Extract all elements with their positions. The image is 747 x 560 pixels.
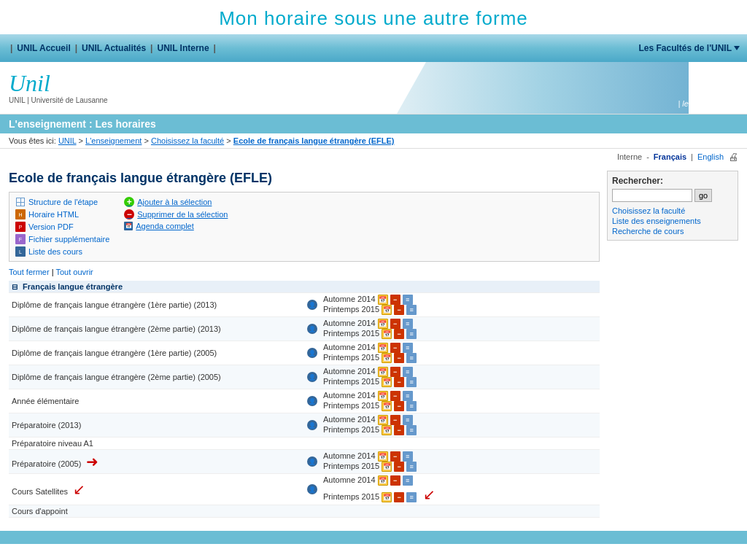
course-name: Cours d'appoint (12, 507, 68, 516)
list-icon[interactable]: ≡ (403, 319, 413, 329)
panel-col-right: + Ajouter à la sélection − Supprimer de … (124, 197, 228, 257)
link-horaire-html[interactable]: H Horaire HTML (15, 209, 109, 219)
calendar-icon[interactable]: 📅 (378, 319, 388, 329)
link-pdf[interactable]: P Version PDF (15, 222, 109, 232)
search-link-enseignements[interactable]: Liste des enseignements (612, 217, 733, 225)
printer-icon[interactable]: 🖨 (728, 151, 738, 163)
list-icon[interactable]: ≡ (403, 391, 413, 401)
list-icon[interactable]: ≡ (403, 343, 413, 353)
calendar-icon2[interactable]: 📅 (382, 377, 392, 387)
nav-unil-accueil[interactable]: UNIL Accueil (17, 43, 70, 53)
calendar-icon[interactable]: 📅 (378, 451, 388, 462)
calendar-icon[interactable]: 📅 (378, 343, 388, 353)
season-row-1: Automne 2014 📅 − ≡ (323, 415, 597, 425)
panel-inner: Structure de l'étape H Horaire HTML P Ve… (15, 197, 593, 257)
minus-icon[interactable]: − (390, 295, 400, 305)
search-go-button[interactable]: go (694, 189, 712, 202)
top-nav: | UNIL Accueil | UNIL Actualités | UNIL … (0, 34, 747, 62)
breadcrumb: Vous êtes ici: UNIL > L'enseignement > C… (0, 133, 747, 149)
list-icon[interactable]: ≡ (403, 475, 413, 486)
calendar-icon[interactable]: 📅 (378, 295, 388, 305)
tout-ouvrir-link[interactable]: Tout ouvrir (55, 268, 93, 276)
seasons-cell: Automne 2014 📅 − ≡ Printemps 2015 📅 − ≡ (320, 341, 600, 365)
minus-icon[interactable]: − (390, 391, 400, 401)
person-icon[interactable]: 👤 (307, 396, 317, 406)
list-icon2[interactable]: ≡ (406, 353, 417, 363)
list-icon2[interactable]: ≡ (406, 462, 417, 472)
link-remove-selection[interactable]: − Supprimer de la sélection (124, 209, 228, 219)
breadcrumb-enseignement[interactable]: L'enseignement (85, 136, 142, 145)
minus-icon2[interactable]: − (394, 329, 404, 339)
season-row-1: Automne 2014 📅 − ≡ (323, 295, 597, 305)
nav-unil-actualites[interactable]: UNIL Actualités (82, 43, 146, 53)
lang-english[interactable]: English (697, 152, 724, 161)
minus-icon[interactable]: − (390, 319, 400, 329)
person-icon[interactable]: 👤 (307, 300, 317, 310)
season-row-2: Printemps 2015 📅 − ≡ (323, 377, 597, 387)
list-icon2[interactable]: ≡ (406, 305, 417, 315)
season-row-1: Automne 2014 📅 − ≡ (323, 451, 597, 462)
link-add-selection[interactable]: + Ajouter à la sélection (124, 197, 228, 207)
list-icon2[interactable]: ≡ (406, 492, 417, 502)
minus-icon[interactable]: − (390, 415, 400, 425)
calendar-icon2[interactable]: 📅 (382, 401, 392, 411)
minus-icon2[interactable]: − (394, 401, 404, 411)
breadcrumb-unil[interactable]: UNIL (58, 136, 77, 145)
link-agenda[interactable]: 📅 Agenda complet (124, 222, 228, 230)
calendar-icon[interactable]: 📅 (378, 367, 388, 377)
person-icon[interactable]: 👤 (307, 324, 317, 334)
minus-icon2[interactable]: − (394, 425, 404, 435)
list-icon2[interactable]: ≡ (406, 425, 417, 435)
lang-french[interactable]: Français (654, 152, 686, 161)
person-icon[interactable]: 👤 (307, 372, 317, 382)
calendar-icon2[interactable]: 📅 (382, 492, 392, 502)
calendar-icon[interactable]: 📅 (378, 475, 388, 486)
calendar-icon2[interactable]: 📅 (382, 425, 392, 435)
list-icon[interactable]: ≡ (403, 367, 413, 377)
section-toggle[interactable]: ⊟ (12, 283, 18, 291)
list-icon2[interactable]: ≡ (406, 377, 417, 387)
search-input[interactable] (612, 189, 692, 202)
tout-fermer-link[interactable]: Tout fermer (9, 268, 50, 276)
list-icon[interactable]: ≡ (403, 415, 413, 425)
link-fichier[interactable]: F Fichier supplémentaire (15, 234, 109, 244)
search-link-faculte[interactable]: Choisissez la faculté (612, 206, 733, 215)
list-icon2[interactable]: ≡ (406, 329, 417, 339)
nav-separator2: | (72, 43, 80, 53)
breadcrumb-faculte[interactable]: Choisissez la faculté (151, 136, 224, 145)
minus-icon2[interactable]: − (394, 377, 404, 387)
link-structure[interactable]: Structure de l'étape (15, 197, 109, 207)
list-icon[interactable]: ≡ (403, 295, 413, 305)
minus-icon[interactable]: − (390, 451, 400, 462)
search-links: Choisissez la faculté Liste des enseigne… (612, 206, 733, 236)
calendar-icon2[interactable]: 📅 (382, 353, 392, 363)
person-icon[interactable]: 👤 (307, 420, 317, 430)
calendar-icon2[interactable]: 📅 (382, 305, 392, 315)
calendar-icon[interactable]: 📅 (378, 415, 388, 425)
faculties-dropdown[interactable]: Les Facultés de l'UNIL (638, 43, 740, 53)
table-row: Cours Satellites ↙ 👤 Automne 2014 📅 − ≡ (9, 474, 600, 505)
person-icon[interactable]: 👤 (307, 456, 317, 467)
minus-icon[interactable]: − (390, 475, 400, 486)
calendar-icon2[interactable]: 📅 (382, 329, 392, 339)
person-cell: 👤 (304, 389, 320, 413)
minus-icon2[interactable]: − (394, 462, 404, 472)
list-icon2[interactable]: ≡ (406, 401, 417, 411)
link-liste-cours[interactable]: L Liste des cours (15, 246, 109, 257)
calendar-icon[interactable]: 📅 (378, 391, 388, 401)
logo-area: Unil UNIL | Université de Lausanne | le … (0, 62, 747, 114)
minus-icon2[interactable]: − (394, 492, 404, 502)
person-cell: 👤 (304, 450, 320, 474)
minus-icon2[interactable]: − (394, 353, 404, 363)
list-icon: L (15, 246, 26, 257)
minus-icon[interactable]: − (390, 367, 400, 377)
nav-unil-interne[interactable]: UNIL Interne (157, 43, 209, 53)
person-icon[interactable]: 👤 (307, 484, 317, 494)
minus-icon2[interactable]: − (394, 305, 404, 315)
minus-icon[interactable]: − (390, 343, 400, 353)
list-icon[interactable]: ≡ (403, 451, 413, 462)
breadcrumb-efle[interactable]: Ecole de français langue étrangère (EFLE… (233, 136, 395, 145)
search-link-cours[interactable]: Recherche de cours (612, 227, 733, 236)
calendar-icon2[interactable]: 📅 (382, 462, 392, 472)
person-icon[interactable]: 👤 (307, 348, 317, 358)
